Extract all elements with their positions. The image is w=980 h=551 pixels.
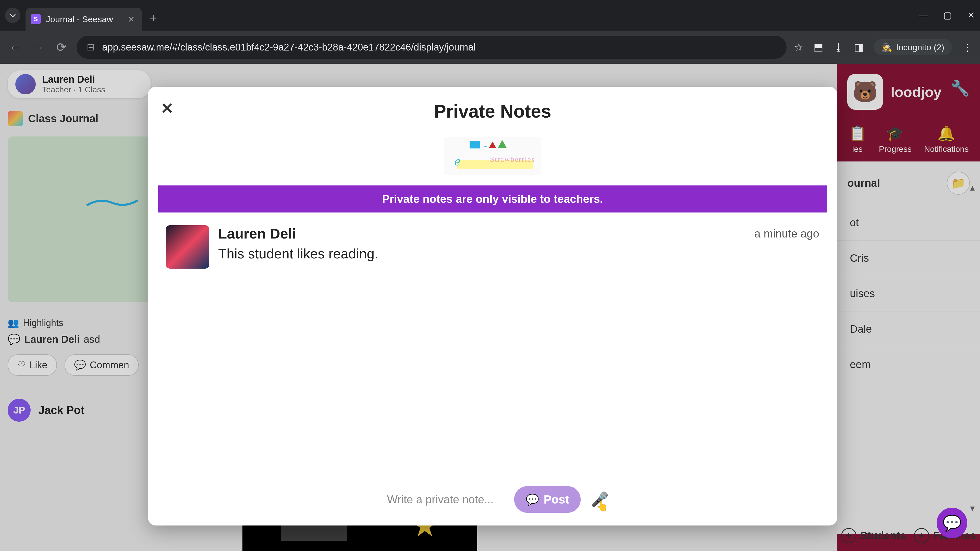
downloads-icon[interactable]: ⭳ [834,41,844,53]
close-modal-button[interactable]: ✕ [161,100,173,118]
cursor-icon: 👆 [596,500,609,512]
browser-toolbar: ← → ⟳ ⊟ app.seesaw.me/#/class/class.e01b… [0,30,980,64]
reload-button[interactable]: ⟳ [54,40,69,54]
minimize-button[interactable]: — [919,10,928,21]
tab-favicon-icon: S [30,14,41,24]
note-author-name: Lauren Deli [218,225,746,242]
tab-close-button[interactable]: × [128,14,134,25]
back-button[interactable]: ← [8,40,23,54]
note-input[interactable]: Write a private note... [376,488,504,511]
tab-title: Journal - Seesaw [46,14,113,24]
post-thumbnail-preview[interactable]: → ℯ [444,137,541,175]
incognito-icon: 🕵 [881,42,892,52]
modal-title: Private Notes [148,101,837,122]
tab-search-button[interactable] [5,8,21,23]
browser-tab-strip: S Journal - Seesaw × + — ▢ ✕ [0,0,980,30]
close-window-button[interactable]: ✕ [967,10,975,21]
post-button[interactable]: 💬 Post [514,486,581,513]
note-author-avatar [166,225,209,268]
chat-fab-button[interactable]: 💬 [937,508,967,538]
app-viewport: Lauren Deli Teacher · 1 Class Class Jour… [0,64,980,551]
incognito-badge[interactable]: 🕵 Incognito (2) [874,39,952,56]
site-info-icon[interactable]: ⊟ [87,42,94,52]
extensions-icon[interactable]: ⬒ [814,41,823,53]
browser-tab[interactable]: S Journal - Seesaw × [25,8,142,30]
note-text: This student likes reading. [218,246,746,262]
microphone-button[interactable]: 🎤 👆 [591,491,609,508]
incognito-label: Incognito (2) [896,42,944,52]
window-controls: — ▢ ✕ [919,10,975,21]
side-panel-icon[interactable]: ◨ [854,41,864,53]
maximize-button[interactable]: ▢ [943,10,952,21]
post-button-label: Post [544,492,569,507]
address-bar[interactable]: ⊟ app.seesaw.me/#/class/class.e01bf4c2-9… [76,36,787,59]
forward-button[interactable]: → [30,40,46,54]
note-entry: Lauren Deli This student likes reading. … [148,213,837,281]
private-notes-modal: ✕ Private Notes → ℯ Private notes are on… [148,87,837,526]
visibility-banner: Private notes are only visible to teache… [158,186,827,213]
modal-footer: Write a private note... 💬 Post 🎤 👆 [148,476,837,526]
bookmark-icon[interactable]: ☆ [794,41,803,53]
new-tab-button[interactable]: + [150,11,157,25]
chat-bubble-icon: 💬 [526,493,539,506]
note-timestamp: a minute ago [754,227,819,240]
browser-menu-button[interactable]: ⋮ [962,41,972,53]
url-text: app.seesaw.me/#/class/class.e01bf4c2-9a2… [102,42,476,53]
